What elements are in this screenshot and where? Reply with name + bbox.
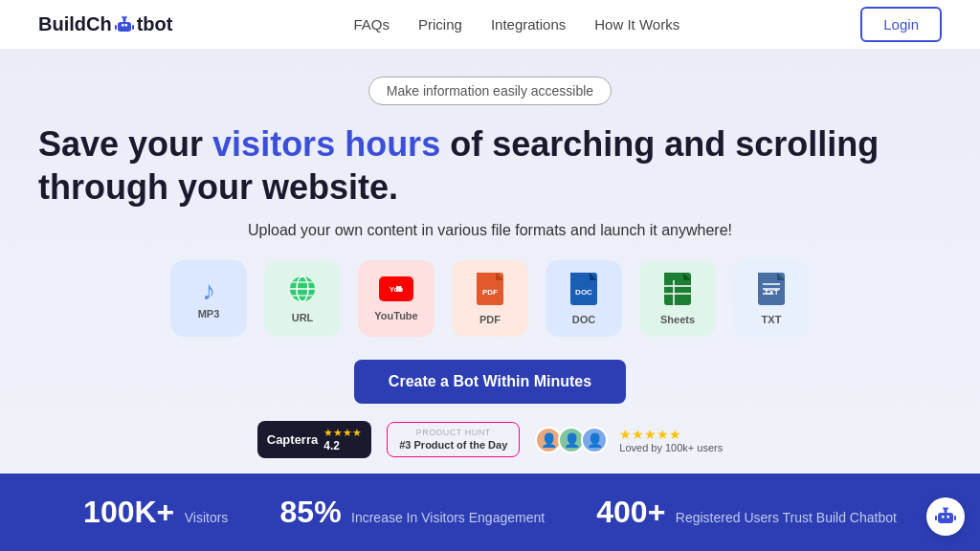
capterra-badge: Capterra ★★★★ 4.2	[257, 421, 371, 458]
nav-pricing[interactable]: Pricing	[418, 16, 462, 33]
svg-rect-26	[570, 273, 590, 280]
avatar-3: 👤	[581, 427, 608, 453]
stat-engagement-number: 85%	[280, 495, 342, 529]
capterra-label: Capterra	[267, 432, 318, 447]
hero-subtitle: Upload your own content in various file …	[248, 222, 732, 239]
svg-rect-1	[122, 24, 124, 27]
mp3-icon: ♪	[202, 277, 215, 304]
stats-bar: 100K+ Visitors 85% Increase In Visitors …	[0, 474, 980, 551]
sheets-label: Sheets	[660, 314, 695, 325]
svg-rect-42	[947, 516, 950, 518]
youtube-icon: You	[379, 276, 413, 306]
stat-engagement: 85% Increase In Visitors Engagement	[280, 495, 546, 530]
stat-users-number: 400+	[596, 495, 665, 529]
txt-label: TXT	[762, 314, 782, 325]
logo-text-2: tbot	[137, 13, 173, 35]
svg-rect-21	[477, 273, 496, 280]
svg-point-4	[122, 15, 123, 17]
cta-button[interactable]: Create a Bot Within Minutes	[354, 360, 626, 404]
stat-engagement-label: Increase In Visitors Engagement	[351, 510, 545, 525]
svg-rect-7	[132, 25, 134, 30]
logo-robot-icon	[114, 14, 135, 35]
user-stars: ★★★★★	[619, 427, 723, 442]
doc-label: DOC	[572, 314, 595, 325]
file-icon-pdf: PDF PDF	[452, 260, 528, 337]
capterra-rating: 4.2	[323, 439, 362, 452]
sheets-icon	[664, 273, 691, 310]
doc-icon: DOC	[570, 273, 597, 310]
stat-visitors-number: 100K+	[83, 495, 174, 529]
logo: BuildCh tbot	[38, 13, 172, 35]
ph-rank: #3 Product of the Day	[399, 438, 507, 452]
file-icon-sheets: Sheets	[639, 260, 716, 337]
svg-point-44	[943, 507, 945, 509]
user-avatars: 👤 👤 👤 ★★★★★ Loved by 100k+ users	[535, 427, 723, 453]
social-proof-row: Capterra ★★★★ 4.2 PRODUCT HUNT #3 Produc…	[257, 421, 723, 458]
svg-text:DOC: DOC	[575, 287, 592, 296]
svg-text:PDF: PDF	[482, 287, 498, 296]
svg-rect-16	[396, 286, 399, 292]
nav-integrations[interactable]: Integrations	[491, 16, 566, 33]
mp3-label: MP3	[198, 308, 220, 320]
svg-rect-6	[115, 25, 117, 30]
login-button[interactable]: Login	[860, 7, 942, 42]
file-icon-url: URL	[264, 260, 341, 337]
svg-rect-32	[664, 273, 683, 280]
svg-rect-39	[758, 273, 777, 280]
svg-rect-41	[942, 516, 945, 518]
hero-title-highlight: visitors hours	[212, 124, 440, 164]
svg-rect-2	[124, 24, 127, 27]
file-icon-txt: TXT TXT	[733, 260, 810, 337]
stat-users: 400+ Registered Users Trust Build Chatbo…	[596, 495, 897, 530]
main-nav: FAQs Pricing Integrations How It Works	[354, 16, 680, 33]
hero-badge: Make information easily accessible	[368, 77, 612, 105]
file-icon-mp3: ♪ MP3	[170, 260, 247, 337]
svg-rect-0	[118, 22, 131, 32]
logo-text-1: BuildCh	[38, 13, 112, 35]
hero-title: Save your visitors hours of searching an…	[38, 122, 942, 209]
stat-users-label: Registered Users Trust Build Chatbot	[676, 510, 897, 525]
svg-rect-46	[935, 516, 937, 520]
svg-point-5	[124, 15, 126, 17]
stat-visitors: 100K+ Visitors	[83, 495, 228, 530]
hero-title-before: Save your	[38, 124, 212, 164]
file-icon-youtube: You YouTube	[358, 260, 434, 337]
product-hunt-badge: PRODUCT HUNT #3 Product of the Day	[387, 422, 520, 458]
chatbot-widget[interactable]	[926, 497, 965, 536]
url-icon	[288, 275, 317, 308]
nav-faqs[interactable]: FAQs	[354, 16, 390, 33]
file-icons-row: ♪ MP3 URL You YouTube PDF PDF	[170, 260, 810, 337]
svg-rect-40	[938, 513, 953, 523]
nav-how-it-works[interactable]: How It Works	[594, 16, 679, 33]
pdf-label: PDF	[479, 314, 501, 325]
file-icon-doc: DOC DOC	[546, 260, 622, 337]
header: BuildCh tbot FAQs Pricing Integrations H	[0, 0, 980, 50]
pdf-icon: PDF	[477, 273, 503, 310]
svg-point-45	[946, 507, 947, 509]
capterra-stars: ★★★★	[323, 427, 362, 439]
txt-icon: TXT	[758, 273, 785, 310]
loved-text: Loved by 100k+ users	[619, 442, 723, 453]
url-label: URL	[292, 312, 314, 323]
stat-visitors-label: Visitors	[185, 510, 229, 525]
ph-label: PRODUCT HUNT	[416, 428, 491, 439]
youtube-label: YouTube	[374, 310, 417, 321]
svg-rect-17	[399, 286, 402, 292]
hero-section: Make information easily accessible Save …	[0, 50, 980, 474]
svg-rect-47	[954, 516, 956, 520]
